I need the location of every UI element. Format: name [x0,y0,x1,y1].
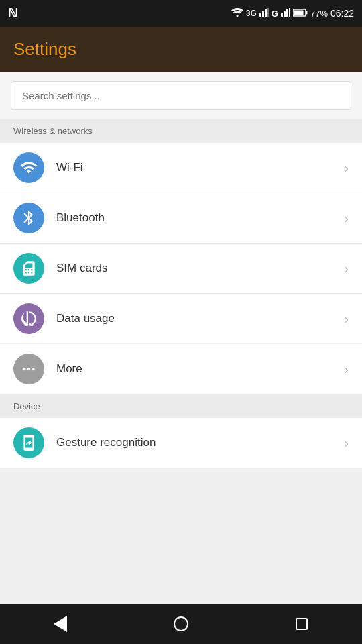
status-left: ℕ [8,6,17,21]
more-icon [20,360,38,378]
svg-rect-2 [265,9,267,17]
svg-rect-0 [259,13,261,17]
gesture-label: Gesture recognition [56,436,344,449]
svg-rect-5 [284,11,286,17]
settings-item-more[interactable]: More › [0,344,362,394]
more-chevron-icon: › [344,362,349,377]
sim-label: SIM cards [56,262,344,275]
more-icon-bg [13,354,44,384]
back-button[interactable] [40,604,80,644]
gesture-icon [20,434,38,451]
recents-button[interactable] [282,604,322,644]
back-icon [54,616,67,632]
mobile-signal-icon: 3G [246,9,257,18]
wifi-chevron-icon: › [344,160,349,176]
sim-chevron-icon: › [344,261,349,276]
settings-item-gesture[interactable]: Gesture recognition › [0,418,362,468]
settings-item-data[interactable]: Data usage › [0,294,362,344]
bluetooth-label: Bluetooth [56,211,344,225]
gesture-chevron-icon: › [344,435,349,451]
wireless-settings-list: Wi-Fi › Bluetooth › SIM cards › [0,143,362,394]
home-button[interactable] [161,604,201,644]
svg-rect-3 [267,8,269,17]
gesture-icon-bg [13,427,44,458]
carrier-label: G [272,9,278,19]
page-title: Settings [13,39,76,59]
svg-rect-10 [306,11,307,14]
battery-icon [293,9,308,19]
status-bar: ℕ 3G G [0,0,362,27]
svg-rect-4 [281,13,283,17]
search-input[interactable] [11,81,351,110]
device-settings-list: Gesture recognition › [0,418,362,468]
settings-item-sim[interactable]: SIM cards › [0,244,362,294]
data-usage-icon [20,310,38,327]
settings-item-bluetooth[interactable]: Bluetooth › [0,193,362,244]
recents-icon [296,618,308,630]
svg-rect-1 [262,11,264,17]
wifi-label: Wi-Fi [56,161,344,174]
wifi-signal-icon [231,8,243,19]
data-usage-chevron-icon: › [344,311,349,327]
status-right: 3G G 77% 06:22 [231,8,354,19]
data-usage-icon-bg [13,303,44,334]
bluetooth-chevron-icon: › [344,211,349,226]
app-header: Settings [0,27,362,72]
section-header-device: Device [0,394,362,418]
bluetooth-icon [20,209,38,227]
battery-percent: 77% [310,9,328,19]
home-icon [174,616,188,631]
sim-icon-bg [13,253,44,284]
content-area: Wireless & networks Wi-Fi › Bluetooth › [0,72,362,644]
notification-icon: ℕ [8,6,17,21]
navigation-bar [0,604,362,644]
time-display: 06:22 [330,8,354,19]
mobile-bars-icon [259,8,269,19]
wifi-icon-bg [13,152,44,183]
carrier-signal-icon [281,8,290,19]
data-usage-label: Data usage [56,312,344,325]
bluetooth-icon-bg [13,203,44,233]
wifi-icon [20,159,38,176]
svg-rect-6 [286,9,288,17]
svg-rect-9 [294,10,303,15]
sim-icon [20,260,38,277]
search-container [0,72,362,119]
svg-rect-7 [289,8,290,17]
more-label: More [56,362,344,376]
settings-item-wifi[interactable]: Wi-Fi › [0,143,362,193]
section-header-wireless: Wireless & networks [0,119,362,143]
